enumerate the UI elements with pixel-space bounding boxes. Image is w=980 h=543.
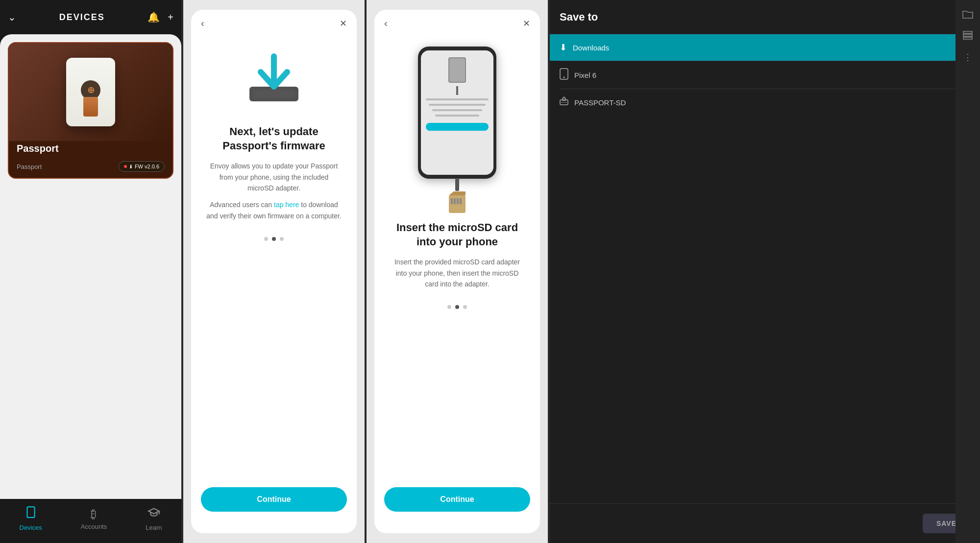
svg-point-19 [565, 102, 566, 103]
device-card-info: Passport ⬇ FW v2.0.6 [9, 155, 172, 178]
phone-screen [421, 50, 493, 175]
microsd-dot-1 [447, 305, 451, 309]
nav-item-learn[interactable]: Learn [146, 506, 162, 531]
device-name: Passport [9, 141, 172, 155]
firmware-badge: ⬇ FW v2.0.6 [119, 161, 165, 172]
downloads-label: Downloads [573, 44, 609, 52]
list-view-icon[interactable] [963, 31, 973, 42]
save-item-downloads[interactable]: ⬇ Downloads [550, 34, 980, 61]
passport-device-visual: ⊕ [66, 58, 115, 126]
passport-logo: ⊕ [81, 80, 100, 100]
downloads-icon: ⬇ [560, 42, 567, 53]
fw-update-dot [124, 165, 127, 168]
save-item-passport-sd[interactable]: PASSPORT-SD ▲ [550, 89, 980, 116]
svg-rect-11 [460, 198, 462, 204]
devices-header: ⌄ DEVICES 🔔 + [0, 0, 181, 34]
svg-rect-8 [451, 198, 453, 204]
phone-icon [560, 68, 568, 80]
download-icon [245, 51, 303, 105]
firmware-modal-content: Next, let's update Passport's firmware E… [191, 37, 357, 487]
chevron-down-icon[interactable]: ⌄ [8, 11, 16, 23]
microsd-modal-header: ‹ ✕ [374, 10, 540, 37]
dot-2 [272, 237, 276, 241]
phone-cable [455, 178, 459, 191]
panel-firmware: ‹ ✕ Next, let's update Passport's firmwa… [183, 0, 365, 543]
add-device-button[interactable]: + [168, 12, 173, 23]
firmware-description: Envoy allows you to update your Passport… [206, 161, 342, 193]
bottom-nav: Devices ₿ Accounts Learn [0, 499, 181, 543]
usb-icon-passport [560, 96, 568, 107]
svg-rect-3 [253, 90, 294, 98]
accounts-nav-icon: ₿ [91, 507, 97, 521]
microsd-footer: Continue [374, 487, 540, 533]
microsd-description: Insert the provided microSD card adapter… [389, 257, 525, 289]
svg-rect-22 [963, 37, 972, 39]
header-icons: 🔔 + [147, 11, 173, 23]
svg-point-17 [562, 102, 563, 103]
phone-illustration [408, 47, 506, 213]
firmware-progress-dots [264, 237, 284, 241]
nav-item-devices[interactable]: Devices [20, 506, 42, 531]
svg-rect-9 [454, 198, 456, 204]
nav-label-accounts: Accounts [81, 523, 107, 530]
panel-microsd: ‹ ✕ [367, 0, 548, 543]
device-subtitle: Passport [17, 163, 42, 170]
firmware-modal-header: ‹ ✕ [191, 10, 357, 37]
svg-rect-10 [457, 198, 459, 204]
devices-title: DEVICES [59, 12, 105, 23]
microsd-dot-3 [463, 305, 467, 309]
screen-phone-visual [448, 57, 466, 83]
microsd-close-button[interactable]: ✕ [523, 18, 530, 29]
firmware-footer: Continue [191, 487, 357, 533]
devices-content: ⊕ Passport Passport ⬇ FW v2.0.6 [0, 34, 181, 499]
learn-nav-icon [147, 506, 160, 522]
passport-device-card[interactable]: ⊕ Passport Passport ⬇ FW v2.0.6 [8, 42, 173, 179]
svg-point-13 [564, 77, 565, 78]
right-panel-icons: ⋮ [956, 0, 980, 543]
nav-label-devices: Devices [20, 524, 42, 531]
microsd-modal-content: Insert the microSD card into your phone … [374, 37, 540, 487]
sd-card-icon [449, 191, 466, 213]
screen-cta-button [426, 123, 489, 131]
screen-cable-visual [456, 86, 458, 95]
microsd-dot-2 [455, 305, 459, 309]
nav-label-learn: Learn [146, 524, 162, 531]
firmware-continue-button[interactable]: Continue [201, 487, 347, 512]
microsd-continue-button[interactable]: Continue [384, 487, 530, 512]
devices-nav-icon [24, 506, 37, 522]
passport-sd-label: PASSPORT-SD [574, 98, 952, 107]
more-options-icon[interactable]: ⋮ [963, 52, 972, 63]
screen-line-1 [426, 98, 489, 100]
firmware-close-button[interactable]: ✕ [340, 18, 347, 29]
microsd-modal: ‹ ✕ [374, 10, 540, 533]
screen-line-3 [432, 109, 482, 111]
dot-3 [280, 237, 284, 241]
svg-rect-21 [963, 34, 972, 36]
panel-save: Save to ⬇ Downloads Pixel 6 [550, 0, 980, 543]
microsd-progress-dots [447, 305, 467, 309]
save-footer: SAVE [550, 503, 980, 543]
panel-devices: ⌄ DEVICES 🔔 + ⊕ Passport Passport ⬇ FW v… [0, 0, 181, 543]
fw-download-icon: ⬇ [129, 164, 133, 169]
folder-icon[interactable] [962, 10, 973, 21]
save-header: Save to [550, 0, 980, 34]
svg-point-18 [564, 102, 564, 103]
save-item-pixel6[interactable]: Pixel 6 [550, 61, 980, 89]
notification-icon[interactable]: 🔔 [147, 11, 160, 23]
svg-rect-0 [27, 507, 34, 518]
save-title: Save to [560, 11, 598, 24]
tap-here-link[interactable]: tap here [274, 201, 299, 209]
phone-body [418, 47, 496, 179]
firmware-back-button[interactable]: ‹ [201, 18, 204, 29]
svg-marker-7 [449, 191, 466, 195]
firmware-modal: ‹ ✕ Next, let's update Passport's firmwa… [191, 10, 357, 533]
usb-drive-icon [560, 96, 568, 109]
firmware-advanced-text: Advanced users can tap here to download … [206, 199, 342, 221]
screen-line-4 [435, 115, 479, 117]
nav-item-accounts[interactable]: ₿ Accounts [81, 507, 107, 530]
sd-card-visual [449, 191, 466, 213]
microsd-back-button[interactable]: ‹ [384, 18, 388, 29]
firmware-title: Next, let's update Passport's firmware [206, 125, 342, 153]
pixel6-icon [560, 68, 568, 82]
svg-rect-20 [963, 31, 972, 33]
